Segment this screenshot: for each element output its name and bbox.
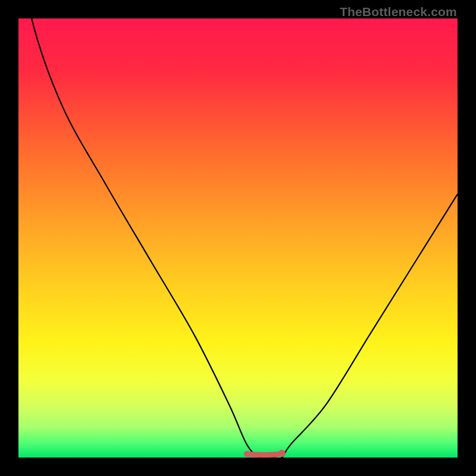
flat-endpoint-left xyxy=(244,451,250,457)
curve-layer xyxy=(18,18,458,458)
flat-endpoint-right xyxy=(278,450,286,457)
watermark-text: TheBottleneck.com xyxy=(340,5,457,19)
plot-area xyxy=(18,18,458,458)
bottleneck-curve xyxy=(18,18,458,458)
chart-frame: { "watermark": "TheBottleneck.com", "col… xyxy=(0,0,476,476)
flat-minimum-segment xyxy=(247,454,282,455)
